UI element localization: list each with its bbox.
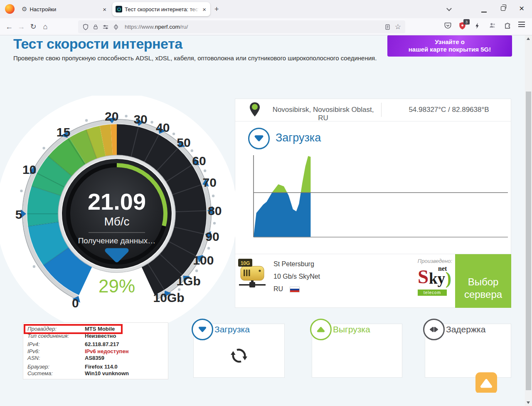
info-row-connection-type: Тип соединения:Неизвестно [27, 333, 168, 340]
gauge-tick-label: 60 [192, 154, 206, 168]
info-row-provider: Провайдер:MTS Mobile [27, 326, 168, 333]
speed-gauge: 05101520304050607080901001Gb10Gb 21.09 М… [0, 96, 241, 329]
info-row-system: Система:Win10 vunknown [27, 370, 168, 377]
gauge-tick-label: 1Gb [176, 274, 200, 288]
gauge-tick-label: 90 [205, 230, 219, 243]
connection-info-panel: Провайдер:MTS Mobile Тип соединения:Неиз… [23, 322, 168, 379]
home-button[interactable]: ⌂ [39, 21, 51, 32]
pocket-icon[interactable] [444, 22, 452, 30]
url-text[interactable]: https://www.nperf.com/ru/ [125, 24, 379, 30]
gauge-minor-dot [204, 169, 206, 172]
gauge-tick-label: 10 [22, 163, 36, 176]
scrollbar-down-arrow[interactable] [527, 401, 530, 404]
minimize-button[interactable] [481, 12, 487, 12]
reload-button[interactable]: ↻ [27, 21, 39, 32]
gauge-fill-segment [92, 142, 103, 145]
gauge-minor-dot [125, 115, 127, 117]
gauge-minor-dot [42, 147, 45, 149]
up-arrow-icon [478, 377, 495, 389]
page-title: Тест скорости интернета [13, 36, 182, 52]
tab-title: Настройки [30, 6, 99, 12]
page-subtitle: Проверьте свою пропускную способность AD… [13, 54, 377, 62]
extensions-puzzle-icon[interactable] [504, 22, 512, 30]
bookmark-star-icon[interactable]: ☆ [395, 22, 401, 31]
browser-titlebar: ⚙ Настройки × Тест скорости интернета: т… [0, 0, 532, 18]
gauge-fill-segment [103, 141, 112, 142]
gauge-minor-dot [191, 149, 193, 152]
gauge-tick-label: 50 [177, 136, 190, 149]
tab-settings[interactable]: ⚙ Настройки × [18, 2, 111, 16]
tab-close-icon[interactable]: × [202, 6, 207, 13]
location-permission-icon[interactable] [113, 24, 119, 30]
banner-5g-coverage[interactable]: Узнайте о нашей карте покрытия 5G! [387, 35, 512, 57]
lock-icon[interactable] [93, 24, 99, 30]
divider [381, 103, 382, 117]
gauge-tick-label: 100 [193, 253, 214, 267]
gauge-tick-label: 30 [133, 112, 147, 126]
menu-hamburger-icon[interactable] [518, 22, 525, 27]
location-place: Novosibirsk, Novosibirsk Oblast, RU [268, 106, 378, 122]
url-bar[interactable]: https://www.nperf.com/ru/ ☆ [78, 20, 405, 33]
gauge-minor-dot [33, 265, 35, 268]
gauge-minor-dot [213, 222, 216, 224]
tab-speedtest[interactable]: Тест скорости интернета: тест × [112, 2, 210, 16]
scroll-top-button[interactable] [475, 372, 497, 393]
gauge-fill-segment [61, 152, 78, 167]
download-badge-icon [192, 319, 213, 340]
chart-area-below-midline [254, 156, 310, 237]
upload-badge-icon [310, 319, 332, 340]
gauge-tick-label: 5 [15, 208, 22, 221]
gauge-tick-label: 40 [156, 121, 170, 134]
extensions-badge: 3 [463, 19, 470, 25]
download-chart [249, 152, 511, 240]
gauge-unit: Мб/с [104, 215, 129, 228]
tab-close-icon[interactable]: × [102, 6, 107, 13]
download-icon [248, 128, 270, 149]
latency-badge-icon [423, 319, 445, 340]
browser-window: ⚙ Настройки × Тест скорости интернета: т… [0, 0, 532, 406]
forward-button[interactable]: → [15, 21, 27, 32]
gauge-minor-dot [150, 121, 153, 123]
spinner-icon [230, 347, 248, 366]
server-speed-badge: 10G [241, 260, 250, 266]
scrollbar-up-arrow[interactable] [527, 37, 530, 40]
accounts-people-icon[interactable] [488, 22, 497, 29]
maximize-button[interactable] [501, 6, 505, 11]
location-pin-icon [249, 102, 260, 119]
info-row-browser: Браузер:Firefox 114.0 [27, 364, 168, 371]
tab-list-chevron-icon[interactable] [446, 6, 452, 11]
gauge-fill-segment [44, 191, 48, 224]
lightning-icon[interactable] [474, 22, 481, 30]
scrollbar[interactable] [525, 35, 532, 406]
location-coordinates: 54.98327°С / 82.89638°В [391, 106, 507, 114]
firefox-logo-icon[interactable] [5, 4, 15, 14]
tab-title: Тест скорости интернета: тест [125, 6, 199, 12]
back-button[interactable]: ← [3, 21, 15, 32]
server-speed: 10 Gb/s SkyNet [273, 273, 320, 280]
shield-icon[interactable] [82, 24, 89, 30]
new-tab-button[interactable]: + [214, 5, 219, 14]
server-city: St Petersburg [273, 260, 314, 268]
gauge-tick-label: 0 [72, 296, 79, 310]
window-close-button[interactable]: × [519, 3, 524, 13]
page-content: Тест скорости интернета Проверьте свою п… [0, 35, 525, 393]
server-select-button[interactable]: Выбор сервера [455, 254, 511, 308]
gauge-fill-segment [78, 145, 92, 152]
gauge-tick-label: 70 [202, 176, 216, 189]
reader-mode-icon[interactable] [384, 24, 391, 30]
gauge-minor-dot [195, 270, 198, 272]
gauge-minor-dot [212, 195, 214, 197]
gauge-minor-dot [207, 247, 210, 249]
download-section-title: Загрузка [276, 131, 321, 144]
info-row-ipv4: IPv4:62.118.87.217 [27, 341, 168, 348]
nperf-favicon-icon [116, 6, 122, 12]
skynet-logo[interactable]: S ky net ) telecom [418, 266, 453, 297]
info-row-asn: ASN:AS8359 [27, 355, 168, 362]
server-country: RU [273, 285, 283, 293]
server-icon: 10G [238, 258, 267, 296]
scrollbar-thumb[interactable] [526, 92, 531, 390]
latency-card-label: Задержка [446, 324, 485, 334]
permissions-icon[interactable] [102, 24, 109, 30]
gauge-minor-dot [85, 119, 88, 121]
gauge-fill-segment [44, 224, 57, 255]
